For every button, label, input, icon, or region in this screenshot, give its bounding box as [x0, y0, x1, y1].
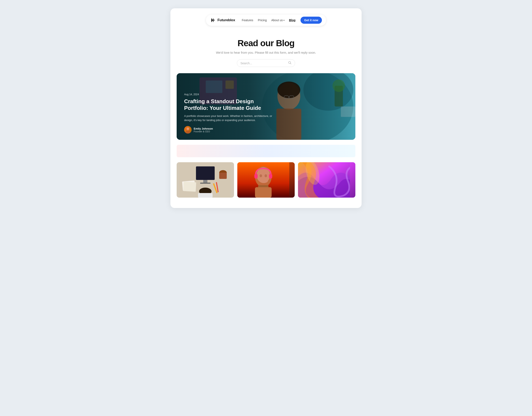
card-1-image — [177, 162, 234, 198]
author-role: Founder & CEO — [194, 130, 213, 133]
svg-rect-24 — [200, 183, 210, 184]
card-headphones[interactable] — [237, 162, 295, 198]
svg-rect-30 — [219, 173, 227, 179]
svg-point-18 — [185, 131, 190, 134]
search-bar — [237, 59, 295, 67]
featured-title: Crafting a Standout Design Portfolio: Yo… — [184, 98, 276, 111]
svg-rect-39 — [254, 174, 258, 179]
featured-excerpt: A portfolio showcases your best work. Wh… — [184, 114, 276, 122]
svg-point-43 — [260, 178, 268, 183]
featured-date: Aug 14, 2024 — [184, 93, 276, 96]
hero-subtitle: We'd love to hear from you. Please fill … — [177, 51, 355, 54]
nav-item-about[interactable]: About us ▾ — [271, 19, 284, 22]
author-row: Emily Johnson Founder & CEO — [184, 126, 276, 134]
nav-item-blog[interactable]: Blog — [289, 18, 295, 22]
nav-links: Features Pricing About us ▾ Blog — [242, 18, 295, 22]
card-abstract[interactable] — [298, 162, 355, 198]
nav-inner: Futureblox Features Pricing About us ▾ — [206, 15, 326, 26]
svg-point-41 — [260, 174, 262, 177]
card-2-image — [237, 162, 295, 198]
search-icon — [288, 61, 292, 65]
nav-link-features[interactable]: Features — [242, 19, 253, 22]
page-wrapper: Futureblox Features Pricing About us ▾ — [171, 8, 361, 208]
nav-item-pricing[interactable]: Pricing — [258, 18, 267, 22]
page-title: Read our Blog — [177, 38, 355, 48]
svg-line-1 — [291, 63, 291, 64]
svg-rect-26 — [183, 182, 196, 192]
chevron-down-icon: ▾ — [284, 19, 285, 21]
hero-section: Read our Blog We'd love to hear from you… — [177, 34, 355, 73]
avatar — [184, 126, 192, 134]
svg-rect-40 — [269, 174, 272, 179]
nav-item-features[interactable]: Features — [242, 18, 253, 22]
get-it-now-button[interactable]: Get it now — [301, 17, 322, 24]
featured-post[interactable]: Aug 14, 2024 Crafting a Standout Design … — [177, 73, 355, 140]
logo-icon — [210, 17, 216, 23]
navbar: Futureblox Features Pricing About us ▾ — [177, 15, 355, 26]
svg-rect-33 — [198, 193, 213, 198]
svg-rect-22 — [196, 166, 215, 180]
svg-point-42 — [265, 174, 267, 177]
logo[interactable]: Futureblox — [210, 17, 235, 23]
search-input[interactable] — [240, 61, 288, 65]
card-3-image — [298, 162, 355, 198]
svg-rect-38 — [255, 187, 272, 198]
gradient-divider — [177, 145, 355, 157]
svg-rect-23 — [203, 180, 207, 183]
logo-text: Futureblox — [218, 18, 235, 22]
card-desk[interactable] — [177, 162, 234, 198]
author-name: Emily Johnson — [194, 127, 213, 130]
featured-content: Aug 14, 2024 Crafting a Standout Design … — [177, 73, 284, 140]
author-info: Emily Johnson Founder & CEO — [194, 127, 213, 133]
card-grid — [177, 162, 355, 198]
nav-link-pricing[interactable]: Pricing — [258, 19, 267, 22]
nav-link-about[interactable]: About us ▾ — [271, 19, 284, 22]
svg-point-19 — [187, 128, 189, 130]
nav-link-blog[interactable]: Blog — [289, 19, 295, 22]
